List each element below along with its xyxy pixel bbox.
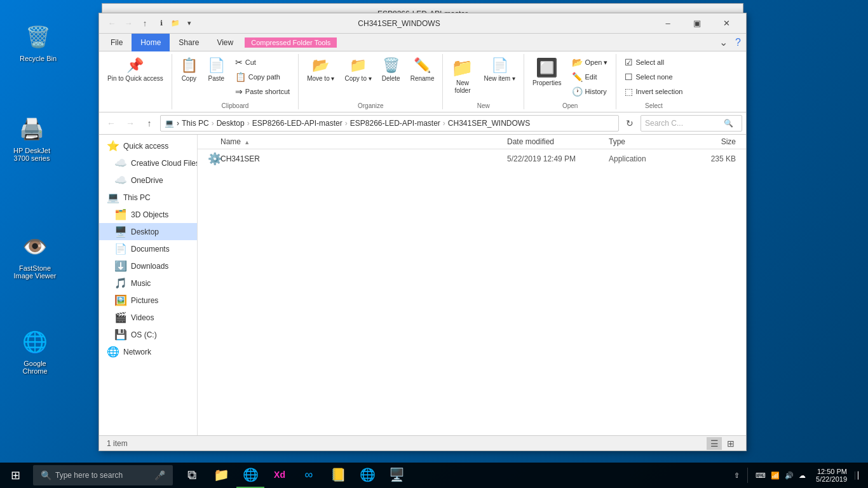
- pin-to-quick-access-button[interactable]: 📌 Pin to Quick access: [103, 54, 168, 86]
- close-button[interactable]: ✕: [712, 13, 741, 34]
- collapse-ribbon-icon[interactable]: ⌄: [714, 36, 733, 48]
- tray-keyboard[interactable]: ⌨: [756, 471, 766, 480]
- delete-button[interactable]: 🗑️ Delete: [377, 54, 405, 86]
- clipboard-label: Clipboard: [222, 101, 249, 109]
- cut-button[interactable]: ✂ Cut: [231, 55, 294, 69]
- breadcrumb-ch341[interactable]: CH341SER_WINDOWS: [448, 119, 530, 128]
- taskbar-search-input[interactable]: [55, 471, 154, 480]
- minimize-button[interactable]: –: [653, 13, 682, 34]
- nav-back-button[interactable]: ←: [103, 116, 119, 131]
- tab-file[interactable]: File: [102, 34, 132, 51]
- sidebar-item-network[interactable]: 🌐 Network: [99, 343, 197, 360]
- tray-overflow[interactable]: ⇧: [734, 471, 740, 480]
- sidebar-item-3d-objects[interactable]: 🗂️ 3D Objects: [99, 206, 197, 223]
- explorer-window: ← → ↑ ℹ 📁 ▾ CH341SER_WINDOWS – ▣ ✕ File: [98, 13, 747, 451]
- rename-button[interactable]: ✏️ Rename: [406, 54, 439, 86]
- breadcrumb-esp2[interactable]: ESP8266-LED-API-master: [350, 119, 440, 128]
- tray-network[interactable]: 📶: [771, 471, 780, 480]
- large-icons-view-button[interactable]: ⊞: [723, 437, 738, 450]
- select-all-button[interactable]: ☑ Select all: [620, 55, 687, 69]
- new-folder-button[interactable]: 📁 Newfolder: [447, 54, 478, 98]
- copy-path-icon: 📋: [235, 72, 246, 82]
- sidebar-item-creative-cloud[interactable]: ☁️ Creative Cloud Files: [99, 154, 197, 172]
- sidebar-item-music[interactable]: 🎵 Music: [99, 274, 197, 292]
- addr-icon: 💻: [165, 119, 174, 128]
- forward-button[interactable]: →: [121, 17, 136, 30]
- file-list-body[interactable]: ⚙️ CH341SER 5/22/2019 12:49 PM Applicati…: [198, 149, 746, 435]
- properties-button[interactable]: 🔲 Properties: [528, 54, 566, 90]
- tab-home[interactable]: Home: [132, 34, 170, 51]
- select-none-button[interactable]: ☐ Select none: [620, 70, 687, 84]
- taskbar-app-notes[interactable]: 📒: [324, 463, 352, 488]
- tab-view[interactable]: View: [208, 34, 242, 51]
- copy-path-button[interactable]: 📋 Copy path: [231, 70, 294, 84]
- invert-selection-button[interactable]: ⬚ Invert selection: [620, 85, 687, 98]
- taskbar-app-file-explorer[interactable]: 📁: [207, 463, 235, 488]
- new-item-button[interactable]: 📄 New item ▾: [479, 54, 519, 86]
- taskbar-app-task-view[interactable]: ⧉: [178, 463, 206, 488]
- documents-icon: 📄: [114, 243, 127, 255]
- history-button[interactable]: 🕐 History: [567, 85, 613, 98]
- sidebar-item-this-pc[interactable]: 💻 This PC: [99, 189, 197, 206]
- compressed-folder-tools-tab[interactable]: Compressed Folder Tools: [245, 37, 337, 48]
- paste-shortcut-button[interactable]: ⇒ Paste shortcut: [231, 85, 294, 98]
- column-header-name[interactable]: Name ▲: [220, 137, 507, 146]
- maximize-button[interactable]: ▣: [682, 13, 712, 34]
- show-desktop-button[interactable]: ▏: [855, 471, 863, 480]
- breadcrumb-esp1[interactable]: ESP8266-LED-API-master: [252, 119, 342, 128]
- breadcrumb-this-pc[interactable]: This PC: [182, 119, 209, 128]
- tab-share[interactable]: Share: [170, 34, 208, 51]
- nav-forward-button[interactable]: →: [122, 116, 139, 131]
- taskbar-app-infinity[interactable]: ∞: [295, 463, 323, 488]
- edit-button[interactable]: ✏️ Edit: [567, 70, 613, 84]
- column-header-size[interactable]: Size: [685, 137, 736, 146]
- back-button[interactable]: ←: [104, 17, 119, 30]
- taskbar-search-icon: 🔍: [41, 470, 51, 480]
- taskbar-app-browser2[interactable]: 🌐: [353, 463, 381, 488]
- sidebar-item-quick-access[interactable]: ⭐ Quick access: [99, 137, 197, 154]
- search-input[interactable]: [645, 119, 721, 128]
- sidebar-item-os-c[interactable]: 💾 OS (C:): [99, 326, 197, 343]
- ribbon-group-organize: 📂 Move to ▾ 📁 Copy to ▾ 🗑️ Delete ✏: [299, 54, 443, 109]
- move-to-button[interactable]: 📂 Move to ▾: [302, 54, 339, 86]
- desktop-icon-faststone[interactable]: 👁️ FastStone Image Viewer: [10, 229, 60, 282]
- nav-up-button[interactable]: ↑: [141, 116, 158, 131]
- desktop-icon-chrome[interactable]: 🌐 Google Chrome: [10, 324, 60, 377]
- tray-volume[interactable]: 🔊: [785, 471, 794, 480]
- sidebar-item-desktop[interactable]: 🖥️ Desktop: [99, 223, 197, 240]
- breadcrumb-desktop[interactable]: Desktop: [217, 119, 245, 128]
- os-c-icon: 💾: [114, 329, 127, 341]
- ribbon-group-new: 📁 Newfolder 📄 New item ▾ New: [443, 54, 524, 109]
- ribbon-collapse-btn[interactable]: ⌄ ?: [714, 36, 743, 48]
- file-area: Name ▲ Date modified Type Size ⚙️: [198, 135, 746, 435]
- pin-icon: 📌: [126, 57, 144, 74]
- open-button[interactable]: 📂 Open ▾: [567, 55, 613, 69]
- desktop-icon-recycle-bin[interactable]: 🗑️ Recycle Bin: [13, 19, 64, 65]
- sidebar-item-pictures[interactable]: 🖼️ Pictures: [99, 292, 197, 309]
- sidebar-item-documents[interactable]: 📄 Documents: [99, 240, 197, 257]
- search-bar[interactable]: 🔍: [641, 115, 742, 132]
- table-row[interactable]: ⚙️ CH341SER 5/22/2019 12:49 PM Applicati…: [198, 149, 746, 169]
- column-header-type[interactable]: Type: [609, 137, 685, 146]
- item-count: 1 item: [107, 439, 128, 448]
- copy-to-button[interactable]: 📁 Copy to ▾: [341, 54, 376, 86]
- paste-button[interactable]: 📄 Paste: [203, 54, 229, 86]
- select-small-group: ☑ Select all ☐ Select none ⬚ Invert sele…: [620, 54, 687, 100]
- refresh-button[interactable]: ↻: [621, 116, 638, 131]
- taskbar-clock[interactable]: 12:50 PM 5/22/2019: [816, 468, 847, 483]
- sidebar-item-downloads[interactable]: ⬇️ Downloads: [99, 257, 197, 274]
- tray-onedrive[interactable]: ☁: [799, 471, 806, 480]
- details-view-button[interactable]: ☰: [707, 437, 722, 450]
- start-button[interactable]: ⊞: [0, 463, 31, 488]
- help-ribbon-icon[interactable]: ?: [733, 37, 743, 48]
- address-bar[interactable]: 💻 › This PC › Desktop › ESP8266-LED-API-…: [160, 115, 619, 132]
- taskbar-app-chrome[interactable]: 🌐: [236, 463, 264, 488]
- taskbar-app-remote[interactable]: 🖥️: [383, 463, 410, 488]
- desktop-icon-hp-printer[interactable]: 🖨️ HP DeskJet 3700 series: [6, 111, 57, 165]
- taskbar-app-xd[interactable]: Xd: [266, 463, 294, 488]
- sidebar-item-onedrive[interactable]: ☁️ OneDrive: [99, 172, 197, 189]
- taskbar-search-box[interactable]: 🔍 🎤: [33, 465, 173, 485]
- copy-button[interactable]: 📋 Copy: [176, 54, 202, 86]
- column-header-date[interactable]: Date modified: [507, 137, 609, 146]
- sidebar-item-videos[interactable]: 🎬 Videos: [99, 309, 197, 326]
